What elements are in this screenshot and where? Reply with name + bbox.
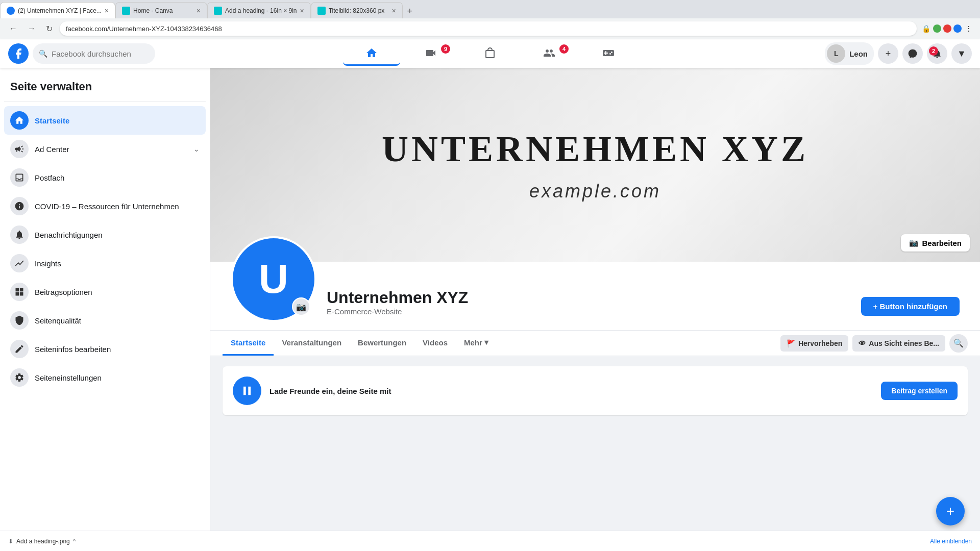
facebook-topnav: 🔍 9 4 L Leon + (0, 39, 980, 68)
home-icon (14, 115, 24, 126)
mehr-chevron-icon: ▾ (484, 338, 488, 347)
nav-video[interactable]: 9 (402, 41, 459, 66)
avatar-camera-button[interactable]: 📷 (292, 297, 310, 316)
floating-action-button[interactable]: + (936, 497, 965, 525)
nav-gaming[interactable] (580, 41, 637, 66)
cover-edit-button[interactable]: 📷 Bearbeiten (901, 234, 970, 252)
tab-title-3: Add a heading - 16in × 9in (225, 7, 297, 14)
groups-badge: 4 (559, 44, 569, 54)
hervorheben-button[interactable]: 🚩 Hervorheben (780, 335, 848, 352)
tab-close-1[interactable]: × (105, 7, 109, 15)
extension-icon-1[interactable]: 🔒 (921, 23, 931, 34)
nav-right: L Leon + 2 ▼ (825, 42, 972, 65)
tab-bewertungen[interactable]: Bewertungen (350, 331, 414, 356)
extension-icon-5[interactable]: ⋮ (964, 23, 974, 34)
tab-favicon-4 (317, 7, 326, 15)
notifications-button[interactable]: 2 (927, 43, 947, 64)
forward-button[interactable]: → (24, 22, 39, 35)
browser-tab-3[interactable]: Add a heading - 16in × 9in × (207, 2, 311, 18)
profile-avatar: U 📷 (231, 236, 316, 322)
shield-icon (14, 315, 24, 325)
invite-text: Lade Freunde ein, deine Seite mit (270, 387, 391, 395)
user-avatar-button[interactable]: L Leon (825, 42, 874, 65)
sidebar-item-covid[interactable]: COVID-19 – Ressourcen für Unternehmen (4, 192, 206, 220)
url-input[interactable] (60, 21, 917, 36)
browser-tab-1[interactable]: (2) Unternehmen XYZ | Face... × (0, 2, 115, 18)
sidebar-item-startseite[interactable]: Startseite (4, 106, 206, 135)
tab-veranstaltungen[interactable]: Veranstaltungen (274, 331, 350, 356)
tab-favicon-1 (7, 7, 15, 15)
groups-nav-icon (543, 47, 555, 59)
benachrichtigungen-icon (10, 226, 29, 244)
nav-groups[interactable]: 4 (521, 41, 578, 66)
browser-tab-2[interactable]: Home - Canva × (115, 2, 207, 18)
browser-tab-4[interactable]: Titelbild: 820x360 px × (311, 2, 403, 18)
tab-startseite[interactable]: Startseite (223, 331, 274, 356)
sidebar-label-seiteninfos: Seiteninfos bearbeiten (35, 345, 200, 354)
megaphone-icon (14, 144, 24, 154)
user-name: Leon (849, 49, 868, 58)
edit-icon (14, 344, 24, 354)
nav-marketplace[interactable] (461, 41, 519, 66)
tab-close-4[interactable]: × (392, 7, 396, 15)
facebook-logo[interactable] (8, 43, 29, 64)
insights-icon (10, 254, 29, 272)
covid-icon (10, 197, 29, 215)
extension-icon-4[interactable] (953, 24, 962, 33)
profile-name: Unternehmen XYZ (327, 288, 851, 307)
sidebar-item-ad-center[interactable]: Ad Center ⌄ (4, 135, 206, 163)
browser-chrome: (2) Unternehmen XYZ | Face... × Home - C… (0, 0, 980, 39)
eye-icon: 👁 (859, 339, 866, 347)
add-button-label: + Button hinzufügen (873, 302, 947, 311)
nav-home[interactable] (343, 41, 400, 66)
info-icon (14, 201, 24, 211)
expand-icon[interactable]: ^ (73, 538, 76, 545)
extension-icon-2[interactable] (933, 24, 941, 33)
tab-close-2[interactable]: × (197, 7, 201, 15)
tab-videos[interactable]: Videos (414, 331, 456, 356)
sidebar-item-beitragsoptionen[interactable]: Beitragsoptionen (4, 278, 206, 306)
create-post-button[interactable]: Beitrag erstellen (881, 382, 958, 400)
sidebar-item-postfach[interactable]: Postfach (4, 163, 206, 192)
add-button[interactable]: + Button hinzufügen (861, 297, 960, 316)
plus-button[interactable]: + (878, 43, 898, 64)
aus-sicht-button[interactable]: 👁 Aus Sicht eines Be... (852, 335, 945, 352)
bell-icon (14, 230, 24, 240)
page-body: Lade Freunde ein, deine Seite mit Beitra… (210, 356, 980, 425)
new-tab-button[interactable]: + (403, 4, 417, 18)
reload-button[interactable]: ↻ (43, 22, 56, 36)
search-input[interactable] (52, 49, 143, 58)
messenger-button[interactable] (902, 43, 923, 64)
camera-icon: 📷 (909, 238, 919, 247)
tab-title-4: Titelbild: 820x360 px (329, 7, 389, 14)
search-bar[interactable]: 🔍 (33, 43, 155, 64)
extension-icon-3[interactable] (943, 24, 951, 33)
page-content: UNTERNEHMEN XYZ example.com 📷 Bearbeiten… (210, 68, 980, 551)
sidebar-divider-top (4, 102, 206, 102)
tab-search-button[interactable]: 🔍 (949, 334, 968, 353)
tab-close-3[interactable]: × (300, 7, 304, 15)
hervorheben-label: Hervorheben (798, 339, 842, 347)
aus-sicht-label: Aus Sicht eines Be... (869, 339, 939, 347)
cover-photo: UNTERNEHMEN XYZ example.com 📷 Bearbeiten (210, 68, 980, 262)
seiteneinstellungen-icon (10, 368, 29, 387)
sidebar-label-beitragsoptionen: Beitragsoptionen (35, 288, 200, 296)
sidebar-item-insights[interactable]: Insights (4, 249, 206, 278)
sidebar-item-benachrichtigungen[interactable]: Benachrichtigungen (4, 220, 206, 249)
grid-icon (14, 287, 24, 297)
inbox-icon (14, 172, 24, 183)
sidebar-item-seiteneinstellungen[interactable]: Seiteneinstellungen (4, 363, 206, 392)
ad-center-chevron[interactable]: ⌄ (193, 145, 200, 153)
video-badge: 9 (441, 44, 450, 54)
flag-icon: 🚩 (787, 339, 795, 347)
sidebar-item-seitenqualitaet[interactable]: Seitenqualität (4, 306, 206, 335)
menu-button[interactable]: ▼ (951, 43, 972, 64)
profile-category: E-Commerce-Website (327, 307, 851, 316)
sidebar-item-seiteninfos[interactable]: Seiteninfos bearbeiten (4, 335, 206, 363)
back-button[interactable]: ← (6, 22, 20, 35)
profile-info: Unternehmen XYZ E-Commerce-Website (327, 288, 851, 322)
download-icon: ⬇ (8, 538, 13, 545)
video-nav-icon (425, 47, 437, 59)
show-all-label[interactable]: Alle einblenden (930, 538, 972, 545)
tab-mehr[interactable]: Mehr ▾ (456, 331, 497, 356)
